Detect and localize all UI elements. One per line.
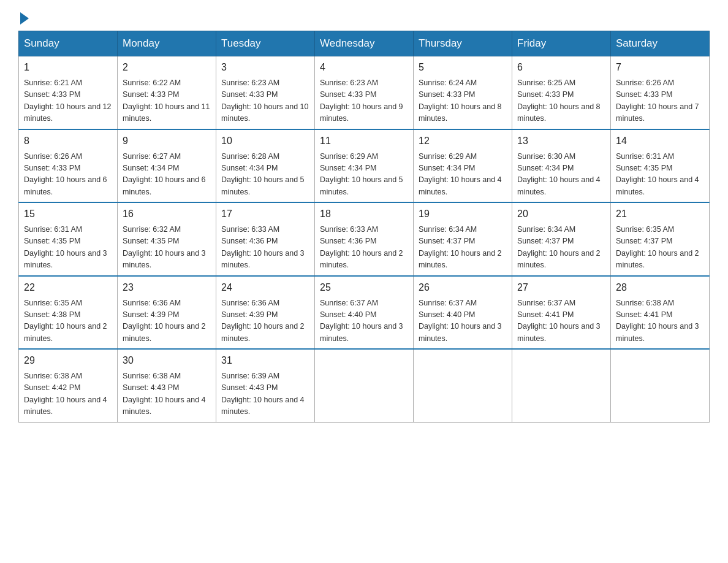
day-info: Sunrise: 6:24 AMSunset: 4:33 PMDaylight:… xyxy=(419,77,507,125)
day-number: 13 xyxy=(517,134,605,148)
day-number: 18 xyxy=(320,207,408,221)
calendar-cell: 14 Sunrise: 6:31 AMSunset: 4:35 PMDaylig… xyxy=(611,129,710,203)
day-info: Sunrise: 6:31 AMSunset: 4:35 PMDaylight:… xyxy=(24,224,112,272)
calendar-cell: 13 Sunrise: 6:30 AMSunset: 4:34 PMDaylig… xyxy=(512,129,611,203)
calendar-cell: 4 Sunrise: 6:23 AMSunset: 4:33 PMDayligh… xyxy=(315,56,414,129)
day-number: 14 xyxy=(616,134,704,148)
day-number: 31 xyxy=(221,353,309,368)
day-number: 22 xyxy=(24,280,112,295)
day-info: Sunrise: 6:25 AMSunset: 4:33 PMDaylight:… xyxy=(517,77,605,125)
day-number: 5 xyxy=(419,60,507,75)
day-info: Sunrise: 6:36 AMSunset: 4:39 PMDaylight:… xyxy=(221,297,309,345)
day-info: Sunrise: 6:34 AMSunset: 4:37 PMDaylight:… xyxy=(419,224,507,272)
day-info: Sunrise: 6:30 AMSunset: 4:34 PMDaylight:… xyxy=(517,151,605,199)
day-info: Sunrise: 6:26 AMSunset: 4:33 PMDaylight:… xyxy=(24,151,112,199)
day-number: 10 xyxy=(221,134,309,148)
day-info: Sunrise: 6:36 AMSunset: 4:39 PMDaylight:… xyxy=(123,297,211,345)
weekday-header-sunday: Sunday xyxy=(19,31,118,56)
day-number: 16 xyxy=(123,207,211,221)
calendar-cell: 24 Sunrise: 6:36 AMSunset: 4:39 PMDaylig… xyxy=(216,276,315,350)
day-info: Sunrise: 6:28 AMSunset: 4:34 PMDaylight:… xyxy=(221,151,309,199)
calendar-cell: 29 Sunrise: 6:38 AMSunset: 4:42 PMDaylig… xyxy=(19,349,118,422)
day-info: Sunrise: 6:35 AMSunset: 4:38 PMDaylight:… xyxy=(24,297,112,345)
day-number: 27 xyxy=(517,280,605,295)
calendar-week-row: 29 Sunrise: 6:38 AMSunset: 4:42 PMDaylig… xyxy=(19,349,710,422)
calendar-cell: 26 Sunrise: 6:37 AMSunset: 4:40 PMDaylig… xyxy=(414,276,512,350)
calendar-cell xyxy=(611,349,710,422)
calendar-cell: 8 Sunrise: 6:26 AMSunset: 4:33 PMDayligh… xyxy=(19,129,118,203)
calendar-cell: 12 Sunrise: 6:29 AMSunset: 4:34 PMDaylig… xyxy=(414,129,512,203)
calendar-cell: 16 Sunrise: 6:32 AMSunset: 4:35 PMDaylig… xyxy=(118,202,216,276)
calendar-cell: 10 Sunrise: 6:28 AMSunset: 4:34 PMDaylig… xyxy=(216,129,315,203)
calendar-cell: 3 Sunrise: 6:23 AMSunset: 4:33 PMDayligh… xyxy=(216,56,315,129)
calendar-cell: 30 Sunrise: 6:38 AMSunset: 4:43 PMDaylig… xyxy=(118,349,216,422)
calendar-cell: 31 Sunrise: 6:39 AMSunset: 4:43 PMDaylig… xyxy=(216,349,315,422)
day-info: Sunrise: 6:22 AMSunset: 4:33 PMDaylight:… xyxy=(123,77,211,125)
calendar-cell: 9 Sunrise: 6:27 AMSunset: 4:34 PMDayligh… xyxy=(118,129,216,203)
day-number: 25 xyxy=(320,280,408,295)
day-info: Sunrise: 6:21 AMSunset: 4:33 PMDaylight:… xyxy=(24,77,112,125)
weekday-header-saturday: Saturday xyxy=(611,31,710,56)
calendar-header-row: SundayMondayTuesdayWednesdayThursdayFrid… xyxy=(19,31,710,56)
day-info: Sunrise: 6:35 AMSunset: 4:37 PMDaylight:… xyxy=(616,224,704,272)
day-number: 2 xyxy=(123,60,211,75)
calendar-week-row: 22 Sunrise: 6:35 AMSunset: 4:38 PMDaylig… xyxy=(19,276,710,350)
calendar-week-row: 1 Sunrise: 6:21 AMSunset: 4:33 PMDayligh… xyxy=(19,56,710,129)
day-info: Sunrise: 6:27 AMSunset: 4:34 PMDaylight:… xyxy=(123,151,211,199)
day-number: 1 xyxy=(24,60,112,75)
calendar-cell: 23 Sunrise: 6:36 AMSunset: 4:39 PMDaylig… xyxy=(118,276,216,350)
calendar-cell: 11 Sunrise: 6:29 AMSunset: 4:34 PMDaylig… xyxy=(315,129,414,203)
calendar-cell: 6 Sunrise: 6:25 AMSunset: 4:33 PMDayligh… xyxy=(512,56,611,129)
calendar-cell: 22 Sunrise: 6:35 AMSunset: 4:38 PMDaylig… xyxy=(19,276,118,350)
calendar-cell: 19 Sunrise: 6:34 AMSunset: 4:37 PMDaylig… xyxy=(414,202,512,276)
day-number: 15 xyxy=(24,207,112,221)
day-info: Sunrise: 6:37 AMSunset: 4:40 PMDaylight:… xyxy=(320,297,408,345)
day-info: Sunrise: 6:37 AMSunset: 4:40 PMDaylight:… xyxy=(419,297,507,345)
weekday-header-wednesday: Wednesday xyxy=(315,31,414,56)
day-number: 19 xyxy=(419,207,507,221)
calendar-cell: 7 Sunrise: 6:26 AMSunset: 4:33 PMDayligh… xyxy=(611,56,710,129)
day-info: Sunrise: 6:29 AMSunset: 4:34 PMDaylight:… xyxy=(419,151,507,199)
logo xyxy=(18,12,31,25)
calendar-cell: 15 Sunrise: 6:31 AMSunset: 4:35 PMDaylig… xyxy=(19,202,118,276)
day-info: Sunrise: 6:32 AMSunset: 4:35 PMDaylight:… xyxy=(123,224,211,272)
calendar-cell: 21 Sunrise: 6:35 AMSunset: 4:37 PMDaylig… xyxy=(611,202,710,276)
day-number: 20 xyxy=(517,207,605,221)
calendar-cell: 28 Sunrise: 6:38 AMSunset: 4:41 PMDaylig… xyxy=(611,276,710,350)
calendar-cell xyxy=(414,349,512,422)
day-number: 28 xyxy=(616,280,704,295)
calendar-cell: 5 Sunrise: 6:24 AMSunset: 4:33 PMDayligh… xyxy=(414,56,512,129)
calendar-cell: 1 Sunrise: 6:21 AMSunset: 4:33 PMDayligh… xyxy=(19,56,118,129)
day-number: 7 xyxy=(616,60,704,75)
day-info: Sunrise: 6:37 AMSunset: 4:41 PMDaylight:… xyxy=(517,297,605,345)
weekday-header-thursday: Thursday xyxy=(414,31,512,56)
day-number: 4 xyxy=(320,60,408,75)
calendar-cell: 17 Sunrise: 6:33 AMSunset: 4:36 PMDaylig… xyxy=(216,202,315,276)
calendar-cell: 2 Sunrise: 6:22 AMSunset: 4:33 PMDayligh… xyxy=(118,56,216,129)
calendar-cell xyxy=(512,349,611,422)
day-info: Sunrise: 6:34 AMSunset: 4:37 PMDaylight:… xyxy=(517,224,605,272)
calendar-cell: 27 Sunrise: 6:37 AMSunset: 4:41 PMDaylig… xyxy=(512,276,611,350)
day-info: Sunrise: 6:23 AMSunset: 4:33 PMDaylight:… xyxy=(320,77,408,125)
day-info: Sunrise: 6:38 AMSunset: 4:41 PMDaylight:… xyxy=(616,297,704,345)
logo-arrow-icon xyxy=(20,12,29,25)
day-info: Sunrise: 6:33 AMSunset: 4:36 PMDaylight:… xyxy=(221,224,309,272)
day-number: 9 xyxy=(123,134,211,148)
calendar-week-row: 8 Sunrise: 6:26 AMSunset: 4:33 PMDayligh… xyxy=(19,129,710,203)
weekday-header-tuesday: Tuesday xyxy=(216,31,315,56)
day-info: Sunrise: 6:39 AMSunset: 4:43 PMDaylight:… xyxy=(221,370,309,418)
weekday-header-friday: Friday xyxy=(512,31,611,56)
day-number: 29 xyxy=(24,353,112,368)
calendar-cell: 25 Sunrise: 6:37 AMSunset: 4:40 PMDaylig… xyxy=(315,276,414,350)
day-number: 21 xyxy=(616,207,704,221)
day-info: Sunrise: 6:26 AMSunset: 4:33 PMDaylight:… xyxy=(616,77,704,125)
page-header xyxy=(18,12,710,25)
day-number: 23 xyxy=(123,280,211,295)
calendar-cell: 18 Sunrise: 6:33 AMSunset: 4:36 PMDaylig… xyxy=(315,202,414,276)
day-info: Sunrise: 6:23 AMSunset: 4:33 PMDaylight:… xyxy=(221,77,309,125)
calendar-week-row: 15 Sunrise: 6:31 AMSunset: 4:35 PMDaylig… xyxy=(19,202,710,276)
calendar-cell: 20 Sunrise: 6:34 AMSunset: 4:37 PMDaylig… xyxy=(512,202,611,276)
day-number: 24 xyxy=(221,280,309,295)
calendar-cell xyxy=(315,349,414,422)
calendar-table: SundayMondayTuesdayWednesdayThursdayFrid… xyxy=(18,31,710,423)
